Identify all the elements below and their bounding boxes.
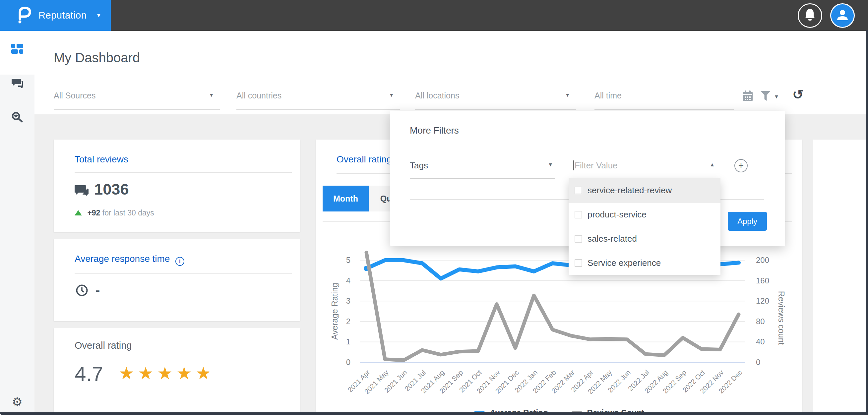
filter-value-dropdown: service-related-review product-service s… [568, 178, 720, 275]
locations-filter-value: All locations [415, 91, 459, 100]
checkbox-icon[interactable] [575, 235, 582, 243]
svg-text:160: 160 [756, 276, 769, 285]
brand-name: Reputation [38, 10, 87, 21]
total-reviews-title[interactable]: Total reviews [74, 154, 128, 165]
top-bar: Reputation ▼ [0, 0, 868, 31]
brand-block[interactable]: Reputation ▼ [0, 0, 111, 31]
svg-text:40: 40 [756, 337, 765, 346]
total-reviews-delta: +92 [87, 209, 100, 217]
svg-text:0: 0 [346, 358, 350, 366]
refresh-button[interactable]: ↺ [793, 87, 804, 102]
sidebar-item-review-search[interactable] [0, 106, 34, 130]
star-icon: ★★ [157, 364, 176, 382]
filter-value-placeholder: Filter Value [575, 160, 618, 170]
chevron-down-icon: ▼ [548, 162, 553, 168]
overall-rating-card: Overall rating 4.7 ★★★★★★★★★★ [54, 328, 300, 415]
svg-text:4: 4 [346, 276, 350, 285]
sidebar-item-settings[interactable]: ⚙ [0, 390, 34, 414]
more-filters-button[interactable] [761, 91, 771, 103]
window-frame-bottom [0, 412, 868, 415]
notifications-button[interactable] [798, 3, 822, 28]
info-icon[interactable]: i [176, 257, 184, 266]
filter-type-value: Tags [410, 160, 428, 171]
chevron-down-icon: ▼ [565, 92, 570, 98]
svg-text:80: 80 [756, 317, 765, 326]
svg-text:3: 3 [346, 296, 350, 305]
time-filter-value: All time [594, 91, 622, 100]
trend-up-icon [74, 210, 82, 216]
overall-rating-title: Overall rating [74, 340, 132, 351]
calendar-button[interactable] [742, 90, 753, 103]
svg-text:Average Rating: Average Rating [330, 283, 339, 340]
total-reviews-card: Total reviews 1036 +92 for last 30 days [54, 139, 300, 232]
svg-text:2: 2 [346, 317, 350, 326]
filter-type-select[interactable]: Tags ▼ [410, 155, 555, 178]
dropdown-option[interactable]: sales-related [568, 227, 720, 251]
countries-filter-value: All countries [237, 91, 281, 100]
scrollbar[interactable] [866, 30, 868, 415]
countries-filter-select[interactable]: All countries ▼ [237, 87, 400, 110]
sidebar-item-reviews[interactable] [0, 72, 34, 95]
dropdown-option[interactable]: product-service [568, 202, 720, 227]
more-filters-caret-icon[interactable]: ▼ [774, 94, 779, 100]
chevron-up-icon: ▲ [710, 162, 715, 168]
star-icon: ★★ [138, 364, 157, 382]
total-reviews-value: 1036 [94, 180, 129, 198]
checkbox-icon[interactable] [575, 211, 582, 218]
checkbox-icon[interactable] [575, 259, 582, 267]
star-rating: ★★★★★★★★★★ [119, 364, 215, 382]
chevron-down-icon: ▼ [389, 92, 394, 98]
svg-text:1: 1 [346, 337, 350, 346]
chat-bubbles-icon [11, 78, 23, 90]
search-heart-icon [11, 111, 23, 125]
brand-caret-icon[interactable]: ▼ [96, 12, 101, 19]
svg-text:5: 5 [346, 256, 350, 264]
more-filters-title: More Filters [410, 125, 459, 136]
overall-rating-value: 4.7 [74, 362, 103, 385]
response-time-title[interactable]: Average response time [74, 254, 170, 264]
svg-text:Reviews count: Reviews count [777, 291, 786, 345]
sidebar-item-dashboard[interactable] [0, 38, 34, 61]
response-time-value: - [95, 283, 100, 298]
svg-text:200: 200 [756, 256, 769, 264]
reviews-chat-icon [74, 185, 89, 198]
response-time-card: Average response time i - [54, 239, 300, 321]
star-icon: ★★ [119, 364, 138, 382]
star-icon: ★★ [176, 364, 196, 382]
add-filter-button[interactable]: + [734, 159, 748, 172]
total-reviews-delta-suffix: for last 30 days [102, 209, 154, 217]
svg-text:0: 0 [756, 358, 760, 366]
star-icon: ★★ [196, 364, 215, 382]
apply-button[interactable]: Apply [728, 212, 767, 231]
svg-text:120: 120 [756, 296, 769, 305]
text-cursor [573, 160, 574, 170]
filter-value-input[interactable]: Filter Value ▲ [573, 155, 717, 178]
user-menu-button[interactable] [830, 3, 855, 28]
sidebar: ⚙ [0, 31, 34, 415]
dropdown-option[interactable]: service-related-review [568, 178, 720, 202]
chevron-down-icon: ▼ [209, 92, 214, 98]
gear-icon: ⚙ [12, 395, 23, 409]
avatar-icon [835, 8, 850, 24]
page-title: My Dashboard [54, 51, 140, 65]
sources-filter-value: All Sources [54, 91, 95, 100]
cutoff-card [813, 139, 866, 415]
sources-filter-select[interactable]: All Sources ▼ [54, 87, 220, 110]
checkbox-icon[interactable] [575, 187, 582, 194]
locations-filter-select[interactable]: All locations ▼ [415, 87, 576, 110]
clock-icon [75, 284, 88, 298]
bell-icon [804, 8, 816, 23]
dropdown-option[interactable]: Service experience [568, 251, 720, 275]
time-filter-select[interactable]: All time [594, 87, 734, 110]
dashboard-icon [11, 44, 23, 56]
brand-logo-icon [17, 6, 31, 26]
